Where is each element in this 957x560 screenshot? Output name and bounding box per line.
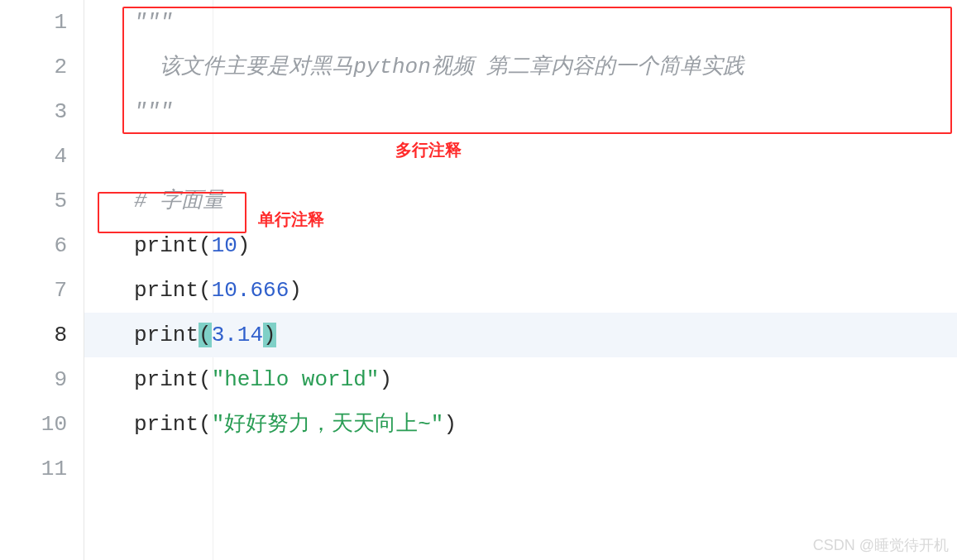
code-content-area[interactable]: """ 该文件主要是对黑马python视频 第二章内容的一个简单实践 """ #… [84, 0, 957, 560]
code-line[interactable]: # 字面量 [84, 179, 957, 223]
code-line[interactable]: """ [84, 89, 957, 134]
line-number: 1 [0, 0, 67, 45]
code-line-empty[interactable] [84, 447, 957, 491]
paren-close: ) [237, 233, 251, 258]
paren-open: ( [199, 278, 212, 303]
code-line[interactable]: print(10) [84, 223, 957, 268]
docstring-text: 该文件主要是对黑马python视频 第二章内容的一个简单实践 [134, 55, 744, 79]
code-editor[interactable]: 1 2 3 4 5 6 7 8 9 10 11 """ 该文件主要是对黑马pyt… [0, 0, 957, 560]
code-line[interactable]: print(10.666) [84, 268, 957, 313]
code-line[interactable]: print("hello world") [84, 357, 957, 402]
docstring-quote: """ [134, 99, 173, 124]
comment-hash: # [134, 189, 160, 213]
line-number: 10 [0, 402, 67, 447]
line-number: 3 [0, 89, 67, 134]
line-number: 5 [0, 179, 67, 223]
number-literal: 10 [212, 233, 237, 258]
fn-print: print [134, 412, 199, 437]
line-number-current: 8 [0, 313, 67, 357]
paren-close-matched: ) [263, 323, 276, 347]
line-number: 6 [0, 223, 67, 268]
line-number: 4 [0, 134, 67, 179]
paren-close: ) [289, 278, 302, 303]
number-literal: 3.14 [212, 323, 263, 347]
fn-print: print [134, 278, 199, 303]
line-number: 11 [0, 447, 67, 491]
code-line-current[interactable]: print(3.14) [84, 313, 957, 357]
paren-close: ) [379, 367, 392, 392]
number-literal: 10.666 [212, 278, 289, 303]
paren-open: ( [199, 233, 212, 258]
line-number-gutter: 1 2 3 4 5 6 7 8 9 10 11 [0, 0, 84, 560]
paren-open: ( [199, 367, 212, 392]
docstring-quote: """ [134, 10, 173, 35]
code-line[interactable]: print("好好努力，天天向上~") [84, 402, 957, 447]
line-number: 9 [0, 357, 67, 402]
paren-close: ) [443, 412, 457, 437]
paren-open: ( [199, 412, 212, 437]
comment-text: 字面量 [160, 189, 224, 213]
code-line-empty[interactable] [84, 134, 957, 179]
string-literal: "hello world" [212, 367, 380, 392]
code-line[interactable]: """ [84, 0, 957, 45]
fn-print: print [134, 367, 199, 392]
string-literal: "好好努力，天天向上~" [212, 412, 444, 437]
code-line[interactable]: 该文件主要是对黑马python视频 第二章内容的一个简单实践 [84, 45, 957, 89]
fn-print: print [134, 233, 199, 258]
line-number: 7 [0, 268, 67, 313]
paren-open-matched: ( [199, 323, 212, 347]
line-number: 2 [0, 45, 67, 89]
fn-print: print [134, 323, 199, 347]
